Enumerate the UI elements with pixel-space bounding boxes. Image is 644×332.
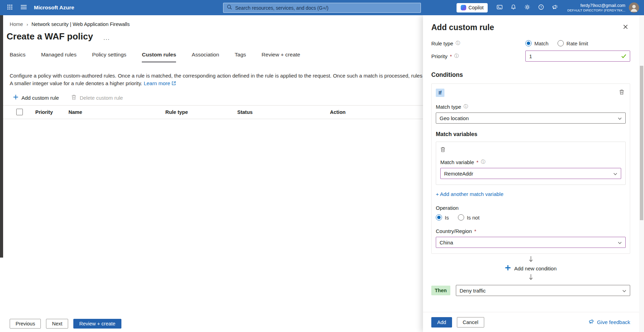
copilot-button[interactable]: Copilot: [457, 3, 488, 12]
rule-type-option-rate-limit[interactable]: Rate limit: [558, 40, 588, 46]
required-asterisk: *: [474, 228, 476, 234]
tab-managed-rules[interactable]: Managed rules: [41, 52, 77, 62]
match-type-dropdown[interactable]: Geo location: [436, 113, 626, 124]
info-icon[interactable]: ⓘ: [481, 159, 485, 165]
flow-arrow: [431, 274, 630, 282]
wizard-tabs: Basics Managed rules Policy settings Cus…: [0, 52, 423, 62]
match-variables-heading: Match variables: [436, 131, 626, 137]
info-icon[interactable]: ⓘ: [454, 53, 459, 59]
copilot-icon: [461, 5, 466, 10]
add-custom-rule-button[interactable]: Add custom rule: [13, 95, 59, 101]
then-action-dropdown[interactable]: Deny traffic: [456, 285, 630, 296]
arrow-down-icon: [528, 256, 533, 264]
search-input[interactable]: [235, 5, 417, 11]
chevron-down-icon: [622, 288, 626, 294]
rule-type-option-rate-limit-label: Rate limit: [567, 41, 588, 46]
priority-label: Priority: [431, 53, 448, 59]
add-button[interactable]: Add: [431, 317, 452, 327]
column-name: Name: [68, 109, 165, 115]
country-dropdown[interactable]: China: [436, 237, 626, 248]
give-feedback-link[interactable]: Give feedback: [589, 319, 630, 325]
panel-scrollbar[interactable]: [639, 15, 644, 332]
scrollbar-thumb[interactable]: [640, 66, 643, 220]
feedback-button[interactable]: [548, 0, 562, 15]
avatar[interactable]: [629, 2, 639, 13]
plus-icon: [505, 265, 511, 272]
cancel-button[interactable]: Cancel: [457, 317, 484, 327]
then-row: Then Deny traffic: [431, 285, 630, 296]
operation-label: Operation: [436, 205, 626, 211]
delete-custom-rule-button[interactable]: Delete custom rule: [71, 95, 123, 101]
cloud-shell-button[interactable]: [493, 0, 506, 15]
hamburger-menu-button[interactable]: [17, 0, 30, 15]
learn-more-link[interactable]: Learn more: [144, 80, 176, 86]
hamburger-icon: [21, 5, 27, 11]
review-create-button[interactable]: Review + create: [73, 319, 121, 329]
brand-title[interactable]: Microsoft Azure: [34, 5, 74, 11]
condition-group: If Match type ⓘ Geo location Match varia…: [431, 83, 630, 254]
flow-arrow: [431, 256, 630, 264]
radio-unchecked-icon: [558, 40, 564, 46]
conditions-heading: Conditions: [431, 71, 630, 79]
tab-custom-rules[interactable]: Custom rules: [142, 52, 176, 62]
info-icon[interactable]: ⓘ: [456, 40, 460, 46]
azure-portal: Microsoft Azure Copilot ?: [0, 0, 644, 332]
rule-type-option-match[interactable]: Match: [525, 40, 549, 46]
notifications-button[interactable]: [506, 0, 520, 15]
add-another-match-variable-link[interactable]: + Add another match variable: [436, 191, 504, 197]
country-label: Country/Region: [436, 228, 472, 234]
operation-option-is[interactable]: Is: [436, 214, 449, 221]
close-icon: [623, 25, 628, 30]
main-content: Home › Network security | Web Applicatio…: [0, 15, 423, 332]
match-variable-label-group: Match variable * ⓘ: [440, 159, 621, 165]
user-directory: DEFAULT DIRECTORY (FERDY79X...: [567, 8, 625, 13]
rules-table-header: Priority Name Rule type Status Action: [0, 105, 423, 119]
more-options-button[interactable]: ...: [103, 35, 110, 42]
breadcrumb: Home › Network security | Web Applicatio…: [0, 15, 423, 27]
copilot-label: Copilot: [469, 5, 484, 10]
rule-type-radio-group: Match Rate limit: [525, 40, 630, 46]
operation-option-is-not-label: Is not: [467, 215, 480, 221]
add-custom-rule-panel: Add custom rule Rule type ⓘ Match: [423, 15, 644, 332]
breadcrumb-current: Network security | Web Application Firew…: [31, 21, 130, 27]
info-icon[interactable]: ⓘ: [463, 104, 468, 110]
tab-description: Configure a policy with custom-authored …: [10, 72, 423, 88]
user-email: ferdy79xxz@gmail.com: [567, 3, 625, 8]
megaphone-icon: [552, 4, 558, 11]
tab-tags[interactable]: Tags: [235, 52, 246, 62]
help-button[interactable]: ?: [534, 0, 548, 15]
breadcrumb-home-link[interactable]: Home: [10, 21, 23, 27]
then-badge: Then: [431, 286, 450, 295]
tab-basics[interactable]: Basics: [10, 52, 26, 62]
global-search-box[interactable]: [223, 3, 421, 13]
settings-button[interactable]: [520, 0, 534, 15]
operation-option-is-not[interactable]: Is not: [458, 214, 480, 221]
wizard-footer-buttons: Previous Next Review + create: [10, 319, 121, 329]
match-variable-dropdown[interactable]: RemoteAddr: [440, 168, 621, 179]
match-type-label: Match type: [436, 104, 461, 110]
next-button[interactable]: Next: [46, 319, 68, 329]
apps-waffle-button[interactable]: [3, 0, 17, 15]
priority-input[interactable]: 1: [525, 51, 630, 62]
select-all-checkbox[interactable]: [16, 109, 23, 115]
delete-condition-button[interactable]: [618, 88, 626, 97]
delete-match-variable-button[interactable]: [439, 145, 447, 155]
match-variable-group: Match variable * ⓘ RemoteAddr: [436, 142, 626, 185]
help-icon: ?: [538, 4, 544, 11]
previous-button[interactable]: Previous: [10, 319, 41, 329]
rule-type-option-match-label: Match: [534, 41, 549, 46]
close-panel-button[interactable]: [621, 22, 630, 33]
chevron-down-icon: [618, 115, 622, 121]
give-feedback-label: Give feedback: [597, 319, 630, 325]
delete-custom-rule-label: Delete custom rule: [80, 95, 123, 101]
tab-review-create[interactable]: Review + create: [261, 52, 300, 62]
bell-icon: [510, 4, 516, 11]
panel-content: Add custom rule Rule type ⓘ Match: [423, 15, 639, 332]
account-info[interactable]: ferdy79xxz@gmail.com DEFAULT DIRECTORY (…: [567, 3, 625, 13]
rule-type-label-group: Rule type ⓘ: [431, 40, 525, 46]
tab-association[interactable]: Association: [192, 52, 219, 62]
add-new-condition-button[interactable]: Add new condition: [431, 265, 630, 272]
tab-policy-settings[interactable]: Policy settings: [92, 52, 126, 62]
add-new-condition-label: Add new condition: [514, 266, 557, 271]
column-action: Action: [330, 109, 423, 115]
